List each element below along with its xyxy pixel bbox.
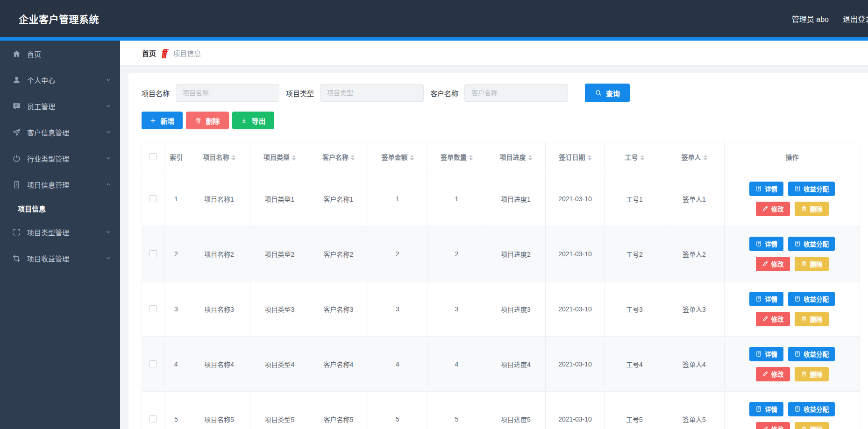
accent-strip — [0, 37, 868, 41]
search-icon — [595, 89, 602, 97]
sidebar-item-label: 客户信息管理 — [27, 127, 105, 137]
breadcrumb-home[interactable]: 首页 — [142, 48, 156, 58]
row-checkbox[interactable] — [149, 195, 157, 202]
row-checkbox[interactable] — [149, 305, 157, 312]
sort-caret-icon[interactable] — [640, 155, 644, 161]
row-checkbox[interactable] — [149, 415, 157, 422]
detail-button[interactable]: 详情 — [749, 182, 783, 196]
income-distribution-button[interactable]: 收益分配 — [788, 292, 835, 306]
document-icon — [794, 351, 801, 357]
sidebar-item-personal-center[interactable]: 个人中心 — [0, 67, 120, 93]
detail-button[interactable]: 详情 — [749, 347, 783, 361]
delete-button[interactable]: 删除 — [186, 112, 229, 129]
export-button[interactable]: 导出 — [232, 112, 274, 129]
sidebar-item-industry-type-management[interactable]: 行业类型管理 — [0, 145, 120, 171]
sidebar-item-label: 首页 — [27, 49, 112, 59]
chevron-down-icon — [105, 77, 112, 83]
income-distribution-button[interactable]: 收益分配 — [788, 347, 835, 361]
toolbar: 新增 删除 导出 — [142, 112, 860, 129]
sidebar-item-project-income-management[interactable]: 项目收益管理 — [0, 245, 120, 271]
edit-icon — [762, 426, 768, 429]
cell-project-type: 项目类型3 — [250, 281, 309, 337]
column-header-project-progress[interactable]: 项目进度 — [486, 142, 546, 171]
admin-label[interactable]: 管理员 abo — [792, 13, 829, 24]
edit-button[interactable]: 修改 — [756, 202, 790, 216]
sidebar-item-label: 个人中心 — [27, 75, 105, 85]
detail-button[interactable]: 详情 — [749, 237, 783, 251]
customer-name-input[interactable] — [464, 84, 568, 102]
sidebar-item-customer-info-management[interactable]: 客户信息管理 — [0, 119, 120, 145]
income-distribution-button[interactable]: 收益分配 — [788, 237, 835, 251]
cell-sign-date: 2021-03-10 — [546, 337, 605, 392]
sidebar-item-home[interactable]: 首页 — [0, 41, 120, 67]
sidebar-item-project-type-management[interactable]: 项目类型管理 — [0, 219, 120, 245]
sort-caret-icon[interactable] — [292, 155, 296, 161]
column-header-sign-quantity[interactable]: 签单数量 — [427, 142, 486, 171]
edit-icon — [762, 205, 768, 212]
cell-project-progress: 项目进度2 — [486, 226, 546, 281]
trash-icon — [801, 316, 807, 322]
column-header-project-name[interactable]: 项目名称 — [188, 142, 250, 171]
sidebar-subitem-project-info[interactable]: 项目信息 — [0, 197, 120, 219]
row-checkbox[interactable] — [149, 360, 157, 367]
income-distribution-button[interactable]: 收益分配 — [788, 182, 835, 196]
detail-button[interactable]: 详情 — [749, 402, 783, 416]
column-header-signer[interactable]: 签单人 — [664, 142, 725, 171]
trash-icon — [801, 205, 807, 212]
cell-project-name: 项目名称2 — [188, 226, 250, 281]
edit-button[interactable]: 修改 — [756, 312, 790, 326]
sort-caret-icon[interactable] — [528, 155, 532, 161]
sidebar-item-label: 项目信息管理 — [27, 180, 105, 190]
select-all-checkbox[interactable] — [149, 153, 157, 160]
cell-worker-id: 工号1 — [605, 171, 664, 226]
project-name-input[interactable] — [176, 84, 279, 102]
sort-caret-icon[interactable] — [232, 155, 235, 161]
row-delete-button[interactable]: 删除 — [795, 202, 829, 216]
header-select-all-cell — [142, 142, 164, 171]
document-icon — [755, 295, 762, 302]
column-header-project-type[interactable]: 项目类型 — [250, 142, 309, 171]
cell-worker-id: 工号3 — [605, 281, 664, 337]
cell-sign-amount: 1 — [368, 171, 427, 226]
cell-project-name: 项目名称3 — [188, 281, 250, 337]
sort-caret-icon[interactable] — [704, 155, 707, 161]
row-delete-button[interactable]: 删除 — [795, 422, 829, 429]
sort-caret-icon[interactable] — [469, 155, 473, 161]
income-distribution-button[interactable]: 收益分配 — [788, 402, 835, 416]
table-row: 3 项目名称3 项目类型3 客户名称3 3 3 项目进度3 2021-03-10… — [142, 281, 860, 337]
column-header-worker-id[interactable]: 工号 — [605, 142, 664, 171]
table-row: 2 项目名称2 项目类型2 客户名称2 2 2 项目进度2 2021-03-10… — [142, 226, 860, 281]
edit-button[interactable]: 修改 — [756, 257, 790, 271]
column-header-sign-date[interactable]: 签订日期 — [546, 142, 605, 171]
detail-button[interactable]: 详情 — [749, 292, 783, 306]
row-checkbox[interactable] — [149, 250, 157, 257]
cell-worker-id: 工号2 — [605, 226, 664, 281]
cell-sign-amount: 2 — [368, 226, 427, 281]
edit-button[interactable]: 修改 — [756, 367, 790, 381]
table-body: 1 项目名称1 项目类型1 客户名称1 1 1 项目进度1 2021-03-10… — [142, 171, 860, 429]
sidebar-item-label: 项目收益管理 — [27, 253, 105, 263]
trash-icon — [801, 260, 807, 267]
logout-link[interactable]: 退出登录 — [843, 13, 868, 24]
cell-project-progress: 项目进度4 — [486, 337, 546, 392]
row-delete-button[interactable]: 删除 — [795, 312, 829, 326]
edit-button[interactable]: 修改 — [756, 422, 790, 429]
row-delete-button[interactable]: 删除 — [795, 257, 829, 271]
sidebar-item-project-info-management[interactable]: 项目信息管理 — [0, 171, 120, 197]
add-button[interactable]: 新增 — [142, 112, 183, 129]
column-header-customer-name[interactable]: 客户名称 — [309, 142, 368, 171]
column-header-sign-amount[interactable]: 签单金额 — [368, 142, 427, 171]
sort-caret-icon[interactable] — [410, 155, 414, 161]
cell-project-type: 项目类型2 — [250, 226, 309, 281]
table-row: 5 项目名称5 项目类型5 客户名称5 5 5 项目进度5 2021-03-10… — [142, 392, 860, 429]
chevron-down-icon — [105, 255, 112, 261]
breadcrumb-separator-icon: fff — [162, 48, 166, 58]
column-header-index: 索引 — [164, 142, 188, 171]
sort-caret-icon[interactable] — [351, 155, 355, 161]
search-button[interactable]: 查询 — [585, 84, 630, 102]
sort-caret-icon[interactable] — [588, 155, 591, 161]
project-type-input[interactable] — [320, 84, 424, 102]
cell-sign-date: 2021-03-10 — [546, 392, 605, 429]
sidebar-item-employee-management[interactable]: 员工管理 — [0, 93, 120, 119]
row-delete-button[interactable]: 删除 — [795, 367, 829, 381]
